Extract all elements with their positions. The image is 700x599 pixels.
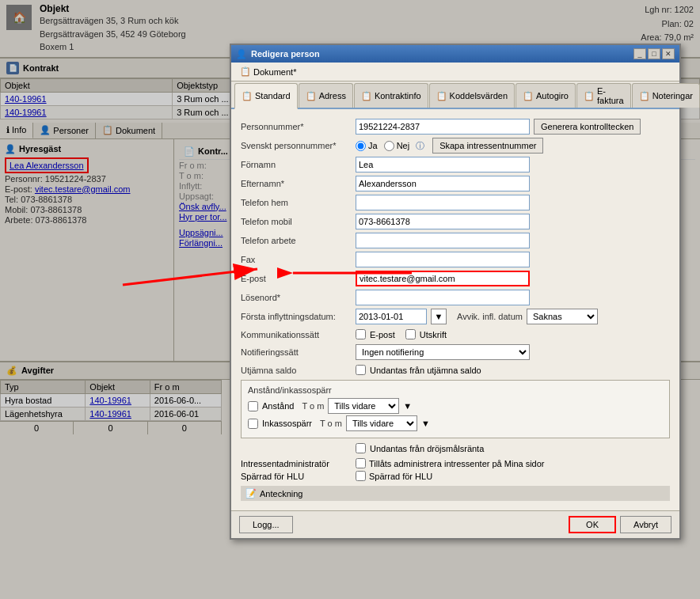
skapa-btn[interactable]: Skapa intressentnummer [432,138,543,154]
inkassosparr-check[interactable] [248,419,258,429]
tab-koddelsvarden-icon: 📋 [436,91,447,101]
anstand-row: Anstånd T o m Tills vidare ▼ [248,398,663,414]
epost-check-label: E-post [370,330,395,339]
tab-efaktura[interactable]: 📋 E-faktura [576,83,631,108]
anstand-tom-label: T o m [302,401,324,411]
losenord-input[interactable] [356,290,530,305]
tab-koddelsvarden[interactable]: 📋 Koddelsvärden [429,83,515,108]
sv-personnr-radio-group: Ja Nej ⓘ [356,140,424,152]
avvik-label: Avvik. infl. datum [457,312,523,321]
inflyttning-date-picker[interactable]: ▼ [431,309,447,324]
telefon-arbete-row: Telefon arbete [241,233,670,248]
tab-noteringar-icon: 📋 [639,91,650,101]
anstand-dropdown-arrow: ▼ [403,401,412,411]
efternamn-input[interactable] [356,176,530,191]
avvik-select[interactable]: Saknas [527,309,598,324]
dokument-menu-icon: 📋 [240,66,251,77]
tab-kontraktinfo[interactable]: 📋 Kontraktinfo [354,83,428,108]
losenord-row: Lösenord* [241,290,670,305]
inkassosparr-tom-select[interactable]: Tills vidare [346,415,417,431]
minimize-button[interactable]: _ [633,48,646,59]
utjamna-label: Utjämna saldo [241,366,356,375]
personnummer-input[interactable] [356,119,530,135]
kommunikation-label: Kommunikationssätt [241,330,356,339]
efternamn-label: Efternamn* [241,179,356,188]
inkassosparr-label: Inkassospärr [262,419,312,428]
personnummer-row: Personnummer* Generera kontrolltecken [241,119,670,135]
inkassosparr-dropdown-arrow: ▼ [421,419,430,428]
sv-personnr-row: Svenskt personnummer* Ja Nej ⓘ Skapa int… [241,138,670,154]
notifiering-select[interactable]: Ingen notifiering [356,344,530,360]
radio-ja[interactable]: Ja [356,141,378,151]
anstand-check[interactable] [248,401,258,411]
utjamna-checkbox-row: Undantas från utjämna saldo [356,365,481,375]
anteckning-icon: 📝 [245,488,257,499]
epost-row: E-post [241,271,670,286]
droj-check[interactable] [356,443,366,453]
close-button[interactable]: ✕ [662,48,675,59]
kommunikation-checkboxes: E-post Utskrift [356,329,447,339]
maximize-button[interactable]: □ [648,48,660,59]
tab-noteringar[interactable]: 📋 Noteringar [632,83,700,108]
modal-title: 👤 Redigera person [236,49,320,59]
footer-right: OK Avbryt [569,516,671,533]
sparrad-hlu-label: Spärrad för HLU [241,472,356,481]
droj-checkbox-row: Undantas från dröjsmålsränta [356,443,484,453]
epost-input[interactable] [356,271,530,286]
telefon-arbete-input[interactable] [356,233,530,248]
anteckning-section[interactable]: 📝 Anteckning [241,486,670,501]
modal-menubar: 📋 Dokument* [231,63,679,82]
avbryt-button[interactable]: Avbryt [620,516,671,533]
inflyttning-label: Första inflyttningsdatum: [241,312,356,321]
tab-kontraktinfo-icon: 📋 [361,91,372,101]
telefon-hem-input[interactable] [356,195,530,210]
radio-nej[interactable]: Nej [384,141,410,151]
telefon-hem-row: Telefon hem [241,195,670,210]
fax-input[interactable] [356,252,530,267]
fornamn-label: Förnamn [241,160,356,169]
anstand-tom-select[interactable]: Tills vidare [328,398,399,414]
tab-adress[interactable]: 📋 Adress [299,83,353,108]
intressent-admin-label: Intressentadministratör [241,459,356,468]
anstand-title: Anstånd/inkassospärr [248,385,663,395]
tab-standard[interactable]: 📋 Standard [234,83,298,109]
inflyttning-row: Första inflyttningsdatum: ▼ Avvik. infl.… [241,309,670,324]
date-row: ▼ Avvik. infl. datum Saknas [356,309,598,324]
modal-footer: Logg... OK Avbryt [231,510,679,538]
modal-tabs: 📋 Standard 📋 Adress 📋 Kontraktinfo 📋 Kod… [231,82,679,109]
dokument-menu[interactable]: 📋 Dokument* [234,64,302,79]
droj-label: Undantas från dröjsmålsränta [370,444,484,453]
sparrad-check[interactable] [356,471,366,481]
fornamn-input[interactable] [356,157,530,172]
modal-controls: _ □ ✕ [633,48,675,59]
info-icon: ⓘ [416,140,424,152]
anteckning-label: Anteckning [260,489,302,499]
logg-button[interactable]: Logg... [239,516,293,533]
sparrad-row: Spärrad för HLU Spärrad för HLU [241,471,670,481]
ok-button[interactable]: OK [569,516,616,533]
inkassosparr-tom-label: T o m [320,419,342,428]
utskrift-check-label: Utskrift [420,330,447,339]
person-dialog-icon: 👤 [236,49,247,59]
fax-label: Fax [241,255,356,264]
fornamn-row: Förnamn [241,157,670,172]
utskrift-check[interactable] [405,329,416,339]
tab-autogiro[interactable]: 📋 Autogiro [515,83,576,108]
personnummer-label: Personnummer* [241,122,356,131]
epost-check[interactable] [356,329,366,339]
notifiering-row: Notifieringssätt Ingen notifiering [241,344,670,360]
intressent-check[interactable] [356,458,366,468]
utjamna-row: Utjämna saldo Undantas från utjämna sald… [241,363,670,377]
utjamna-check[interactable] [356,365,366,375]
main-window: 🏠 Objekt Bergsättravägen 35, 3 Rum och k… [0,0,700,599]
losenord-label: Lösenord* [241,293,356,302]
telefon-arbete-label: Telefon arbete [241,236,356,245]
telefon-mobil-label: Telefon mobil [241,217,356,226]
notifiering-label: Notifieringssätt [241,347,356,357]
sparrad-hlu-text: Spärrad för HLU [369,472,432,481]
efternamn-row: Efternamn* [241,176,670,191]
telefon-mobil-input[interactable] [356,214,530,229]
inflyttning-date-input[interactable] [356,309,427,324]
sv-personnr-label: Svenskt personnummer* [241,141,356,150]
generate-btn[interactable]: Generera kontrolltecken [534,119,641,135]
